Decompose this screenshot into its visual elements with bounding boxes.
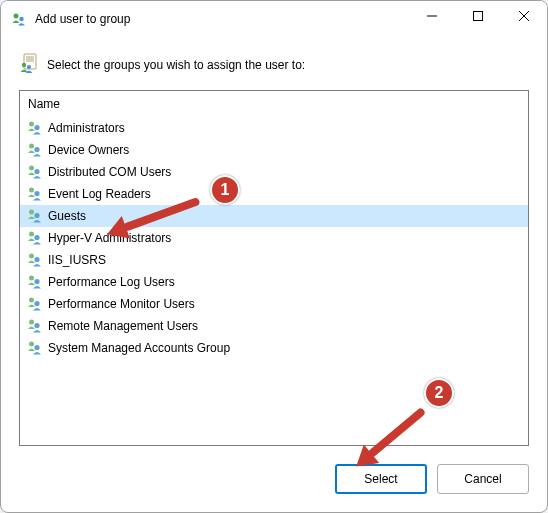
- svg-point-13: [34, 125, 39, 130]
- svg-point-17: [34, 169, 39, 174]
- list-item-label: System Managed Accounts Group: [48, 341, 230, 355]
- svg-point-33: [34, 345, 39, 350]
- svg-rect-3: [474, 12, 483, 21]
- window-controls: [409, 1, 547, 37]
- svg-point-21: [34, 213, 39, 218]
- list-item[interactable]: System Managed Accounts Group: [20, 337, 528, 359]
- svg-point-15: [34, 147, 39, 152]
- svg-point-19: [34, 191, 39, 196]
- close-button[interactable]: [501, 1, 547, 31]
- list-item[interactable]: Performance Monitor Users: [20, 293, 528, 315]
- list-item-label: Performance Log Users: [48, 275, 175, 289]
- maximize-button[interactable]: [455, 1, 501, 31]
- svg-point-22: [29, 232, 34, 237]
- app-icon: [11, 11, 27, 27]
- svg-point-30: [29, 320, 34, 325]
- list-item[interactable]: Administrators: [20, 117, 528, 139]
- group-icon: [26, 295, 44, 313]
- group-icon: [26, 207, 44, 225]
- select-button[interactable]: Select: [335, 464, 427, 494]
- list-item[interactable]: Device Owners: [20, 139, 528, 161]
- svg-point-10: [22, 63, 26, 67]
- group-icon: [26, 317, 44, 335]
- list-item[interactable]: Remote Management Users: [20, 315, 528, 337]
- list-item-label: Performance Monitor Users: [48, 297, 195, 311]
- svg-point-32: [29, 342, 34, 347]
- list-item-label: IIS_IUSRS: [48, 253, 106, 267]
- group-icon: [26, 163, 44, 181]
- group-icon: [26, 185, 44, 203]
- svg-point-23: [34, 235, 39, 240]
- list-item[interactable]: Guests: [20, 205, 528, 227]
- list-item-label: Event Log Readers: [48, 187, 151, 201]
- list-item-label: Guests: [48, 209, 86, 223]
- list-item-label: Hyper-V Administrators: [48, 231, 171, 245]
- svg-point-18: [29, 188, 34, 193]
- list-item[interactable]: IIS_IUSRS: [20, 249, 528, 271]
- listbox-column-header-name[interactable]: Name: [20, 91, 528, 117]
- button-row: Select Cancel: [1, 446, 547, 512]
- dialog-content: Select the groups you wish to assign the…: [1, 37, 547, 446]
- prompt-text: Select the groups you wish to assign the…: [47, 58, 305, 72]
- svg-point-1: [19, 17, 23, 21]
- svg-point-12: [29, 122, 34, 127]
- prompt-row: Select the groups you wish to assign the…: [19, 53, 529, 76]
- svg-point-28: [29, 298, 34, 303]
- list-item[interactable]: Event Log Readers: [20, 183, 528, 205]
- svg-point-20: [29, 210, 34, 215]
- list-item-label: Remote Management Users: [48, 319, 198, 333]
- group-icon: [26, 229, 44, 247]
- svg-point-0: [14, 14, 19, 19]
- list-item-label: Distributed COM Users: [48, 165, 171, 179]
- window-title: Add user to group: [35, 12, 409, 26]
- list-item[interactable]: Performance Log Users: [20, 271, 528, 293]
- list-item-label: Device Owners: [48, 143, 129, 157]
- svg-point-26: [29, 276, 34, 281]
- group-icon: [26, 251, 44, 269]
- list-item[interactable]: Distributed COM Users: [20, 161, 528, 183]
- group-icon: [26, 119, 44, 137]
- svg-point-29: [34, 301, 39, 306]
- list-item[interactable]: Hyper-V Administrators: [20, 227, 528, 249]
- svg-point-16: [29, 166, 34, 171]
- group-assign-icon: [19, 53, 39, 76]
- group-icon: [26, 141, 44, 159]
- svg-point-24: [29, 254, 34, 259]
- svg-point-11: [27, 65, 31, 69]
- svg-point-25: [34, 257, 39, 262]
- svg-point-31: [34, 323, 39, 328]
- group-icon: [26, 339, 44, 357]
- cancel-button[interactable]: Cancel: [437, 464, 529, 494]
- listbox-items: Administrators Device Owners Distributed…: [20, 117, 528, 445]
- minimize-button[interactable]: [409, 1, 455, 31]
- svg-point-27: [34, 279, 39, 284]
- dialog-window: Add user to group: [0, 0, 548, 513]
- titlebar: Add user to group: [1, 1, 547, 37]
- svg-point-14: [29, 144, 34, 149]
- list-item-label: Administrators: [48, 121, 125, 135]
- group-icon: [26, 273, 44, 291]
- groups-listbox: Name Administrators Device Owners Distri…: [19, 90, 529, 446]
